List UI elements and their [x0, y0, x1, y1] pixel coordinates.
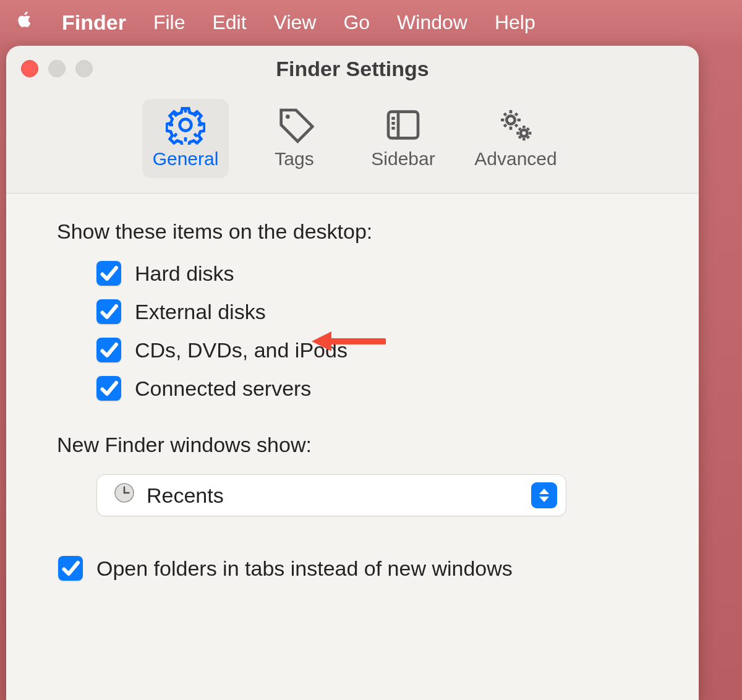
menu-item-window[interactable]: Window: [397, 11, 467, 34]
checkmark-icon: [96, 261, 121, 286]
tab-tags[interactable]: Tags: [251, 99, 338, 178]
close-button[interactable]: [21, 60, 38, 77]
new-windows-heading: New Finder windows show:: [57, 433, 659, 457]
dropdown-value: Recents: [147, 484, 521, 508]
checkbox-label: Hard disks: [135, 262, 234, 286]
desktop-items-heading: Show these items on the desktop:: [57, 220, 659, 244]
svg-marker-13: [539, 497, 549, 502]
tab-advanced[interactable]: Advanced: [469, 99, 563, 178]
finder-settings-window: Finder Settings General Tags: [6, 46, 699, 700]
window-controls: [21, 60, 93, 77]
tab-label: Tags: [275, 148, 313, 169]
svg-rect-2: [388, 112, 418, 139]
checkbox-label: CDs, DVDs, and iPods: [135, 338, 348, 362]
tab-label: Sidebar: [371, 148, 435, 169]
checkbox-label: Open folders in tabs instead of new wind…: [96, 557, 513, 581]
svg-marker-12: [539, 489, 549, 494]
tab-general[interactable]: General: [142, 99, 229, 178]
tag-icon: [275, 105, 314, 145]
minimize-button[interactable]: [48, 60, 66, 77]
gears-icon: [496, 105, 535, 145]
checkbox-cds-dvds-ipods[interactable]: CDs, DVDs, and iPods: [96, 338, 659, 362]
gear-icon: [166, 105, 205, 145]
chevron-updown-icon: [531, 482, 557, 508]
svg-point-8: [521, 130, 527, 137]
menubar: Finder File Edit View Go Window Help: [0, 0, 742, 45]
checkbox-label: Connected servers: [135, 377, 311, 401]
menu-item-help[interactable]: Help: [495, 11, 535, 34]
checkbox-open-in-tabs[interactable]: Open folders in tabs instead of new wind…: [58, 556, 659, 581]
svg-point-7: [506, 116, 514, 124]
new-window-location-dropdown[interactable]: Recents: [96, 474, 566, 516]
zoom-button[interactable]: [75, 60, 93, 77]
checkmark-icon: [58, 556, 83, 581]
checkbox-external-disks[interactable]: External disks: [96, 299, 659, 324]
clock-icon: [112, 480, 137, 510]
checkmark-icon: [96, 376, 121, 401]
checkbox-connected-servers[interactable]: Connected servers: [96, 376, 659, 401]
checkmark-icon: [96, 338, 121, 362]
tab-label: Advanced: [474, 148, 556, 169]
desktop-items-list: Hard disks External disks CDs, DVDs, and…: [58, 261, 659, 401]
sidebar-icon: [383, 105, 423, 145]
menu-item-edit[interactable]: Edit: [212, 11, 246, 34]
menu-item-view[interactable]: View: [274, 11, 317, 34]
checkmark-icon: [96, 299, 121, 324]
titlebar: Finder Settings: [6, 46, 699, 92]
content-pane: Show these items on the desktop: Hard di…: [6, 194, 699, 700]
svg-point-0: [180, 119, 192, 131]
tab-sidebar[interactable]: Sidebar: [360, 99, 446, 178]
menu-item-go[interactable]: Go: [343, 11, 370, 34]
menu-item-file[interactable]: File: [153, 11, 186, 34]
menu-item-finder[interactable]: Finder: [62, 11, 126, 35]
window-title: Finder Settings: [6, 57, 699, 81]
checkbox-label: External disks: [135, 300, 266, 324]
checkbox-hard-disks[interactable]: Hard disks: [96, 261, 659, 286]
apple-menu-icon[interactable]: [15, 10, 35, 35]
tab-label: General: [153, 148, 219, 169]
svg-point-1: [286, 114, 290, 119]
toolbar-tabs: General Tags Sidebar: [6, 92, 699, 194]
